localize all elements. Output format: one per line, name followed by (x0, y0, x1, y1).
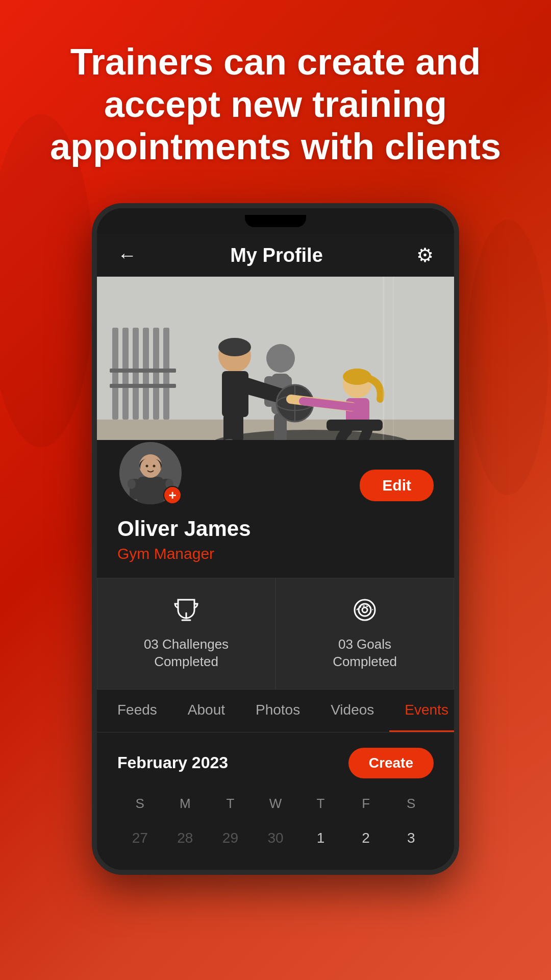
svg-point-52 (355, 600, 375, 620)
tab-bar: Feeds About Photos Videos Events (97, 690, 454, 732)
calendar-header: February 2023 Create (117, 748, 434, 778)
day-header-f: F (343, 791, 389, 817)
svg-point-1 (467, 219, 548, 495)
day-header-s2: S (388, 791, 434, 817)
add-photo-button[interactable]: + (163, 486, 182, 504)
svg-rect-5 (112, 328, 118, 420)
target-icon (352, 597, 378, 629)
day-header-s1: S (117, 791, 163, 817)
svg-rect-12 (110, 384, 176, 388)
page-title: My Profile (230, 244, 323, 266)
goals-label: 03 GoalsCompleted (333, 636, 397, 671)
calendar-section: February 2023 Create S M T W T F S 27 (97, 732, 454, 870)
svg-rect-34 (327, 420, 383, 431)
phone-device: ← My Profile ⚙ (92, 203, 459, 875)
profile-section: + Edit Oliver James Gym Manager (97, 440, 454, 578)
user-role: Gym Manager (117, 545, 434, 562)
svg-point-50 (146, 465, 148, 468)
tab-about[interactable]: About (172, 690, 240, 732)
calendar-days-header: S M T W T F S (117, 791, 434, 817)
challenges-stat-card: 03 ChallengesCompleted (97, 578, 276, 690)
tab-photos[interactable]: Photos (240, 690, 315, 732)
date-cell-28[interactable]: 28 (163, 822, 208, 854)
settings-button[interactable]: ⚙ (416, 244, 434, 266)
calendar-dates: 27 28 29 30 1 2 3 (117, 822, 434, 854)
svg-point-20 (218, 338, 251, 356)
date-cell-2[interactable]: 2 (343, 822, 389, 854)
svg-rect-8 (143, 328, 149, 420)
tab-feeds[interactable]: Feeds (102, 690, 172, 732)
date-cell-27[interactable]: 27 (117, 822, 163, 854)
user-name: Oliver James (117, 517, 434, 541)
hero-headline: Trainers can create and accept new train… (19, 0, 532, 198)
challenges-label: 03 ChallengesCompleted (144, 636, 229, 671)
nav-bar: ← My Profile ⚙ (97, 234, 454, 277)
avatar-container: + (117, 440, 184, 506)
date-cell-29[interactable]: 29 (208, 822, 253, 854)
svg-rect-6 (122, 328, 129, 420)
date-cell-1[interactable]: 1 (298, 822, 343, 854)
bg-silhouette-right (444, 204, 551, 510)
back-button[interactable]: ← (117, 244, 137, 266)
app-background: Trainers can create and accept new train… (0, 0, 551, 980)
svg-point-13 (266, 344, 295, 373)
edit-profile-button[interactable]: Edit (360, 470, 434, 501)
svg-rect-26 (232, 413, 243, 442)
calendar-month-label: February 2023 (117, 753, 228, 772)
svg-rect-44 (137, 477, 164, 504)
stats-row: 03 ChallengesCompleted (97, 578, 454, 690)
svg-rect-7 (133, 328, 139, 420)
svg-point-47 (128, 479, 136, 489)
create-event-button[interactable]: Create (348, 748, 434, 778)
day-header-t2: T (298, 791, 343, 817)
tab-videos[interactable]: Videos (315, 690, 389, 732)
svg-point-49 (140, 457, 161, 478)
trophy-icon (173, 597, 199, 629)
day-header-w: W (253, 791, 298, 817)
svg-rect-21 (222, 371, 248, 417)
tab-events[interactable]: Events (389, 690, 454, 732)
svg-point-54 (362, 607, 367, 612)
avatar-row: + Edit (117, 440, 434, 506)
phone-notch (97, 208, 454, 234)
day-header-t1: T (208, 791, 253, 817)
svg-rect-10 (163, 328, 169, 420)
day-header-m: M (163, 791, 208, 817)
svg-point-51 (153, 465, 156, 468)
date-cell-3[interactable]: 3 (388, 822, 434, 854)
app-screen: ← My Profile ⚙ (97, 234, 454, 870)
phone-body: ← My Profile ⚙ (92, 203, 459, 875)
date-cell-30[interactable]: 30 (253, 822, 298, 854)
svg-rect-9 (153, 328, 159, 420)
svg-point-53 (359, 604, 371, 616)
svg-rect-11 (110, 369, 176, 373)
goals-stat-card: 03 GoalsCompleted (276, 578, 454, 690)
